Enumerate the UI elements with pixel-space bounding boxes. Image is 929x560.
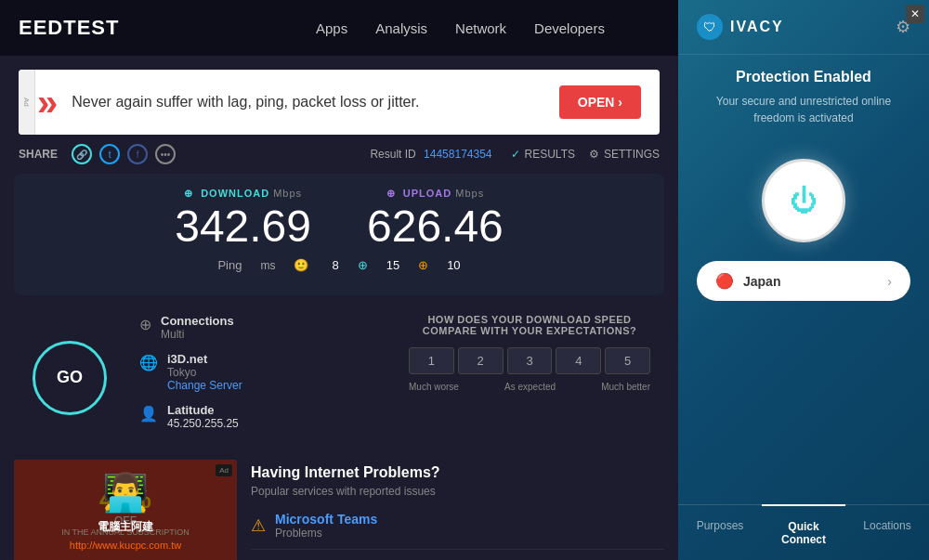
go-button-area: GO	[14, 305, 125, 450]
ad-label: Ad	[19, 70, 35, 135]
compare-section: HOW DOES YOUR DOWNLOAD SPEED COMPARE WIT…	[395, 305, 664, 450]
download-col: ⊕ DOWNLOAD Mbps 342.69	[175, 188, 311, 249]
vpn-tab-quick-connect[interactable]: Quick Connect	[762, 504, 845, 560]
vpn-name: IVACY	[730, 19, 784, 35]
nav-apps[interactable]: Apps	[316, 20, 347, 36]
vpn-power-area: ⏻	[678, 140, 929, 261]
service-teams: ⚠ Microsoft Teams Problems	[251, 512, 664, 550]
share-twitter-icon[interactable]: t	[99, 144, 120, 164]
connections-item: ⊕ Connections Multi	[139, 314, 381, 341]
ad-arrow-icon: »	[37, 82, 58, 124]
watermark-icon: 👨‍💻	[102, 471, 149, 514]
vpn-flag-icon: 🔴	[715, 272, 734, 290]
vpn-status-subtitle: Your secure and unrestricted online free…	[697, 93, 910, 126]
ping-value: 8	[332, 258, 338, 272]
latitude-label: Latitude	[167, 403, 239, 417]
header: EEDTEST Apps Analysis Network Developers	[0, 0, 678, 56]
internet-problems-title: Having Internet Problems?	[251, 464, 664, 481]
vpn-logo: 🛡 IVACY	[697, 14, 784, 40]
vpn-tabs: Purposes Quick Connect Locations	[678, 504, 929, 560]
change-server-link[interactable]: Change Server	[167, 379, 242, 392]
vpn-tab-locations[interactable]: Locations	[845, 505, 929, 560]
internet-problems: Having Internet Problems? Popular servic…	[251, 460, 664, 560]
vpn-tab-purposes[interactable]: Purposes	[678, 505, 762, 560]
nav-network[interactable]: Network	[455, 20, 506, 36]
watermark-url: http://www.kucpc.com.tw	[70, 540, 181, 551]
ping-icon: 🙂	[294, 258, 308, 272]
compare-btn-4[interactable]: 4	[556, 347, 601, 374]
bottom-ad-banner[interactable]: 44% OFF IN THE ANNUAL SUBSCRIPTION Ad 👨‍…	[14, 460, 237, 560]
download-label: ⊕ DOWNLOAD Mbps	[175, 188, 311, 200]
vpn-power-icon: ⏻	[790, 185, 818, 216]
ping-label: Ping	[217, 258, 242, 272]
warning-icon-teams: ⚠	[251, 515, 266, 536]
share-label: SHARE	[19, 148, 58, 161]
compare-labels: Much worse As expected Much better	[409, 382, 650, 392]
vpn-location-name: Japan	[743, 274, 878, 289]
go-button[interactable]: GO	[33, 341, 107, 415]
speed-row: ⊕ DOWNLOAD Mbps 342.69 ⊕ UPLOAD Mbps 626…	[33, 188, 646, 249]
user-icon: 👤	[139, 405, 158, 423]
server-name: i3D.net	[167, 352, 242, 366]
logo: EEDTEST	[19, 16, 119, 40]
result-id: Result ID 14458174354	[370, 148, 496, 161]
vpn-status-title: Protection Enabled	[697, 69, 910, 85]
compare-title: HOW DOES YOUR DOWNLOAD SPEED COMPARE WIT…	[409, 314, 650, 336]
vpn-header: 🛡 IVACY ⚙	[678, 0, 929, 55]
teams-name[interactable]: Microsoft Teams	[275, 512, 377, 527]
bottom-section: 44% OFF IN THE ANNUAL SUBSCRIPTION Ad 👨‍…	[14, 460, 664, 560]
connections-label: Connections	[161, 314, 234, 328]
share-facebook-icon[interactable]: f	[127, 144, 148, 164]
vpn-panel: ✕ 🛡 IVACY ⚙ Protection Enabled Your secu…	[678, 0, 929, 560]
ping-row: Ping ms 🙂 8 ⊕ 15 ⊕ 10	[33, 258, 646, 272]
upload-col: ⊕ UPLOAD Mbps 626.46	[367, 188, 504, 249]
compare-label-right: Much better	[601, 382, 650, 392]
latitude-value: 45.250.255.25	[167, 417, 239, 430]
compare-label-mid: As expected	[504, 382, 556, 392]
nav-analysis[interactable]: Analysis	[375, 20, 427, 36]
watermark-text: 電腦主阿建	[98, 519, 153, 535]
connections-value: Multi	[161, 328, 234, 341]
internet-problems-subtitle: Popular services with reported issues	[251, 485, 664, 498]
ad-banner: Ad » Never again suffer with lag, ping, …	[19, 70, 660, 135]
jitter-down-icon: ⊕	[358, 258, 368, 272]
server-icon: 🌐	[139, 354, 158, 371]
upload-label: ⊕ UPLOAD Mbps	[367, 188, 504, 200]
speedtest-area: EEDTEST Apps Analysis Network Developers…	[0, 0, 678, 560]
settings-button[interactable]: SETTINGS	[589, 148, 660, 161]
server-info: ⊕ Connections Multi 🌐 i3D.net Tokyo Chan…	[125, 305, 395, 450]
nav-developers[interactable]: Developers	[534, 20, 605, 36]
teams-status: Problems	[275, 527, 377, 540]
compare-buttons: 1 2 3 4 5	[409, 347, 650, 374]
info-row: GO ⊕ Connections Multi 🌐 i3D.net Tokyo C…	[14, 305, 664, 450]
compare-btn-3[interactable]: 3	[507, 347, 553, 374]
vpn-chevron-icon: ›	[887, 274, 892, 289]
results-button[interactable]: RESULTS	[511, 148, 575, 161]
server-city: Tokyo	[167, 366, 242, 379]
server-item: 🌐 i3D.net Tokyo Change Server	[139, 352, 381, 392]
vpn-location-selector[interactable]: 🔴 Japan ›	[697, 261, 910, 301]
share-icons: 🔗 t f •••	[72, 144, 176, 164]
download-value: 342.69	[175, 204, 311, 249]
main-nav: Apps Analysis Network Developers	[316, 20, 605, 36]
compare-btn-1[interactable]: 1	[409, 347, 454, 374]
compare-btn-2[interactable]: 2	[458, 347, 504, 374]
latitude-item: 👤 Latitude 45.250.255.25	[139, 403, 381, 430]
ad-open-button[interactable]: OPEN ›	[559, 85, 641, 119]
compare-label-left: Much worse	[409, 382, 459, 392]
vpn-status: Protection Enabled Your secure and unres…	[678, 55, 929, 140]
vpn-close-button[interactable]: ✕	[906, 5, 924, 23]
jitter-up-icon: ⊕	[418, 258, 428, 272]
vpn-shield-icon: 🛡	[697, 14, 723, 40]
upload-value: 626.46	[367, 204, 504, 249]
connections-icon: ⊕	[139, 316, 151, 333]
share-bar: SHARE 🔗 t f ••• Result ID 14458174354 RE…	[0, 135, 678, 174]
speed-results: ⊕ DOWNLOAD Mbps 342.69 ⊕ UPLOAD Mbps 626…	[14, 174, 664, 295]
watermark: 👨‍💻 電腦主阿建 http://www.kucpc.com.tw	[14, 460, 237, 560]
share-link-icon[interactable]: 🔗	[72, 144, 92, 164]
compare-btn-5[interactable]: 5	[605, 347, 650, 374]
vpn-power-button[interactable]: ⏻	[762, 159, 845, 242]
share-more-icon[interactable]: •••	[155, 144, 176, 164]
ad-text: Never again suffer with lag, ping, packe…	[72, 94, 545, 111]
